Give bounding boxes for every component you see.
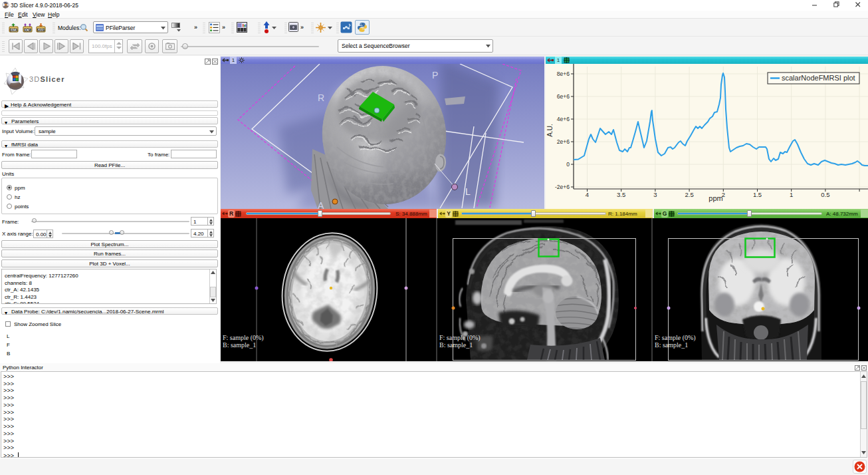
svg-text:R: R	[318, 92, 324, 103]
svg-text:3.5: 3.5	[617, 191, 625, 198]
svg-text:4e+6: 4e+6	[557, 116, 570, 122]
svg-text:-2e+6: -2e+6	[555, 184, 570, 190]
svg-text:P: P	[432, 70, 438, 80]
svg-text:0: 0	[566, 161, 570, 168]
svg-text:6e+6: 6e+6	[557, 93, 570, 100]
svg-text:B: sample_1: B: sample_1	[655, 341, 688, 349]
svg-text:4: 4	[586, 191, 589, 198]
svg-text:SAVE: SAVE	[37, 29, 45, 32]
svg-text:L: L	[465, 186, 471, 197]
svg-text:8e+6: 8e+6	[557, 71, 570, 77]
svg-text:A.U.: A.U.	[546, 124, 554, 136]
svg-text:1: 1	[790, 191, 793, 198]
svg-text:3: 3	[653, 191, 657, 198]
svg-text:scalarNodeFMRSI plot: scalarNodeFMRSI plot	[782, 74, 855, 82]
svg-text:DATA: DATA	[10, 29, 19, 32]
svg-text:2.5: 2.5	[685, 191, 693, 198]
svg-text:DCM: DCM	[24, 29, 31, 32]
svg-text:ppm: ppm	[708, 194, 722, 202]
svg-text:2e+6: 2e+6	[557, 138, 570, 145]
svg-text:1.5: 1.5	[753, 191, 762, 198]
svg-text:A: A	[318, 200, 324, 209]
svg-text:B: sample_1: B: sample_1	[223, 341, 256, 349]
svg-text:B: sample_1: B: sample_1	[439, 341, 473, 349]
svg-text:0.5: 0.5	[821, 191, 829, 198]
